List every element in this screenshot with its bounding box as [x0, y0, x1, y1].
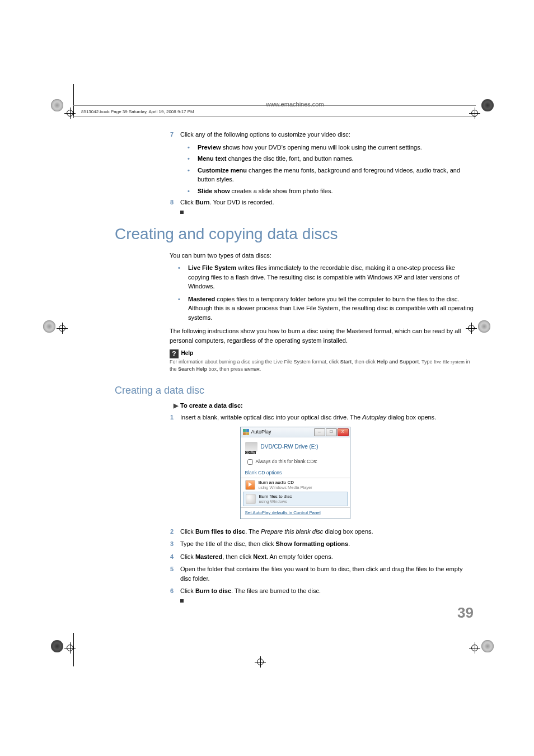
always-do-this-checkbox[interactable]: [247, 459, 253, 465]
end-of-procedure-icon: [180, 599, 184, 603]
procedure-step-3: 3 Type the title of the disc, then click…: [115, 539, 475, 549]
step-text: Click Burn to disc. The files are burned…: [180, 586, 475, 596]
step-text: Click Burn files to disc. The Prepare th…: [180, 527, 475, 536]
intro-text: You can burn two types of data discs:: [115, 251, 475, 260]
autoplay-option-burn-files[interactable]: Burn files to discusing Windows: [243, 492, 348, 506]
bullet-icon: •: [178, 295, 188, 323]
step-text: Open the folder that contains the files …: [180, 564, 475, 583]
bullet-preview: • Preview shows how your DVD's opening m…: [115, 143, 475, 152]
heading-1: Creating and copying data discs: [115, 225, 475, 243]
autoplay-checkbox-row: Always do this for blank CDs:: [241, 455, 350, 469]
autoplay-drive-row: DVD/CD-RW Drive (E:): [241, 437, 350, 455]
step-text: Click Mastered, then click Next. An empt…: [180, 552, 475, 562]
procedure-header: ▶To create a data disc:: [115, 402, 475, 409]
triangle-right-icon: ▶: [174, 402, 178, 409]
page-number: 39: [457, 604, 474, 622]
step-number: 1: [115, 413, 180, 422]
bullet-customize-menu: • Customize menu changes the menu fonts,…: [115, 166, 475, 184]
svg-rect-1: [246, 429, 249, 432]
media-player-icon: [245, 480, 255, 490]
autoplay-section-label: Blank CD options: [241, 469, 350, 477]
bullet-icon: •: [188, 186, 198, 196]
step-number: 4: [115, 552, 180, 562]
heading-2: Creating a data disc: [115, 385, 475, 396]
step-text: Type the title of the disc, then click S…: [180, 539, 475, 549]
help-body: For information about burning a disc usi…: [170, 359, 470, 372]
svg-rect-2: [243, 432, 246, 435]
bullet-icon: •: [188, 143, 198, 152]
drive-icon: [245, 442, 257, 452]
end-of-procedure-icon: [180, 211, 184, 214]
step-number: 7: [115, 130, 180, 139]
help-icon: ?: [170, 349, 179, 358]
close-button[interactable]: X: [338, 428, 349, 436]
autoplay-defaults-link[interactable]: Set AutoPlay defaults in Control Panel: [241, 508, 350, 519]
bullet-menu-text: • Menu text changes the disc title, font…: [115, 154, 475, 164]
procedure-step-1: 1 Insert a blank, writable optical disc …: [115, 413, 475, 422]
autoplay-app-icon: [243, 429, 249, 435]
step-text: Insert a blank, writable optical disc in…: [180, 413, 475, 422]
bullet-live-file-system: • Live File System writes files immediat…: [115, 263, 475, 291]
step-8: 8 Click Burn. Your DVD is recorded.: [115, 198, 475, 207]
bullet-slide-show: • Slide show creates a slide show from p…: [115, 186, 475, 196]
autoplay-dialog-figure: AutoPlay – □ X DVD/CD-RW Drive (E:) Alwa…: [240, 427, 350, 519]
registration-mark-icon: [255, 656, 266, 668]
procedure-step-5: 5 Open the folder that contains the file…: [115, 564, 475, 583]
drive-label: DVD/CD-RW Drive (E:): [261, 444, 318, 450]
svg-rect-3: [246, 432, 249, 435]
bullet-icon: •: [178, 263, 188, 291]
step-text: Click any of the following options to cu…: [180, 130, 475, 139]
procedure-step-6: 6 Click Burn to disc. The files are burn…: [115, 586, 475, 596]
checkbox-label: Always do this for blank CDs:: [255, 459, 317, 464]
url-header: www.emachines.com: [115, 101, 475, 108]
svg-rect-0: [243, 429, 246, 432]
help-callout: ? Help For information about burning a d…: [170, 349, 475, 372]
step-number: 3: [115, 539, 180, 549]
step-number: 5: [115, 564, 180, 583]
disc-icon: [246, 494, 256, 504]
step-number: 8: [115, 198, 180, 207]
step-text: Click Burn. Your DVD is recorded.: [180, 198, 475, 207]
autoplay-title-text: AutoPlay: [251, 429, 271, 435]
step-number: 2: [115, 527, 180, 536]
help-title: Help: [181, 350, 194, 356]
procedure-step-2: 2 Click Burn files to disc. The Prepare …: [115, 527, 475, 536]
bullet-mastered: • Mastered copies files to a temporary f…: [115, 295, 475, 323]
bullet-icon: •: [188, 166, 198, 184]
bullet-icon: •: [188, 154, 198, 164]
procedure-step-4: 4 Click Mastered, then click Next. An em…: [115, 552, 475, 562]
step-number: 6: [115, 586, 180, 596]
step-7: 7 Click any of the following options to …: [115, 130, 475, 139]
autoplay-option-burn-audio[interactable]: Burn an audio CDusing Windows Media Play…: [241, 478, 350, 492]
intro-text-2: The following instructions show you how …: [115, 326, 475, 345]
autoplay-titlebar: AutoPlay – □ X: [241, 427, 350, 437]
minimize-button[interactable]: –: [314, 428, 325, 436]
maximize-button[interactable]: □: [326, 428, 337, 436]
